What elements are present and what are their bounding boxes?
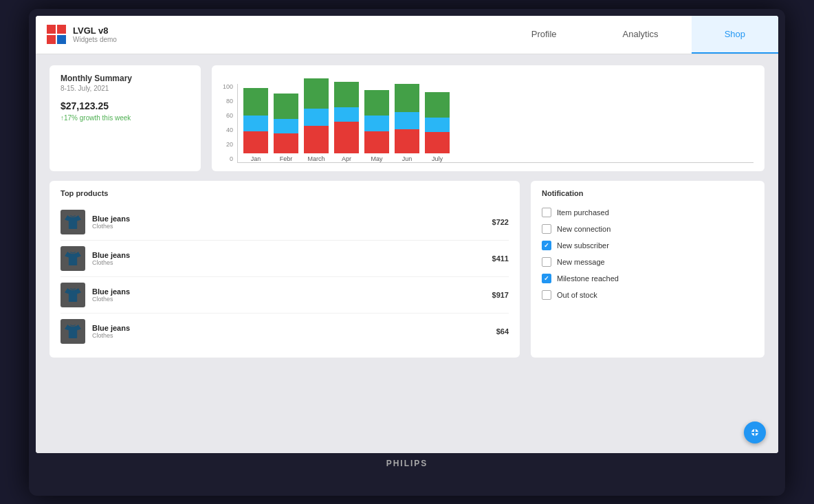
bar-label: Jun <box>402 155 412 162</box>
product-row: Blue jeansClothes$917 <box>60 277 509 314</box>
tab-shop[interactable]: Shop <box>692 16 778 54</box>
bar-segment-green <box>304 78 329 109</box>
notification-checkbox[interactable] <box>542 257 551 267</box>
monitor-brand: PHILIPS <box>386 459 428 468</box>
y-axis: 100 80 60 40 20 0 <box>223 84 233 163</box>
product-thumbnail <box>60 283 85 307</box>
bar-segment-red <box>425 132 450 153</box>
bar-label: May <box>371 155 383 162</box>
bar-segment-green <box>425 92 450 118</box>
summary-amount: $27,123.25 <box>60 100 190 111</box>
bar-segment-blue <box>395 112 419 129</box>
bar-group-july: July <box>425 92 450 162</box>
logo-icon <box>47 25 66 44</box>
bar-group-jan: Jan <box>243 88 268 162</box>
bar-segment-green <box>395 84 419 112</box>
bar-segment-blue <box>243 116 268 131</box>
notification-card: Notification Item purchasedNew connectio… <box>531 181 764 358</box>
tab-profile[interactable]: Profile <box>498 16 590 54</box>
bar-label: Jan <box>251 155 261 162</box>
products-card: Top products Blue jeansClothes$722 Blue … <box>50 181 520 358</box>
bar-group-jun: Jun <box>395 84 419 162</box>
chart-card: 100 80 60 40 20 0 JanFebrMarchAprMayJunJ… <box>212 65 764 171</box>
svg-rect-2 <box>47 35 56 44</box>
notification-checkbox[interactable] <box>542 290 551 300</box>
notification-item[interactable]: New subscriber <box>542 237 754 254</box>
bar-segment-blue <box>334 107 359 122</box>
nav-tabs: Profile Analytics Shop <box>160 16 778 54</box>
bar-segment-blue <box>274 119 298 133</box>
app-subtitle: Widgets demo <box>73 36 117 43</box>
notification-checkbox[interactable] <box>542 241 551 250</box>
bar-segment-red <box>274 133 298 153</box>
bar-segment-red <box>243 131 268 153</box>
product-name: Blue jeans <box>92 324 496 332</box>
summary-date: 8-15. July, 2021 <box>60 85 190 92</box>
svg-rect-1 <box>57 25 66 34</box>
bar-group-apr: Apr <box>334 82 359 162</box>
bar-segment-blue <box>425 118 450 132</box>
product-info: Blue jeansClothes <box>92 287 492 303</box>
product-name: Blue jeans <box>92 251 492 259</box>
bar-group-may: May <box>364 90 389 162</box>
bar-group-march: March <box>304 78 329 162</box>
svg-rect-0 <box>47 25 56 34</box>
product-thumbnail <box>60 210 85 234</box>
product-category: Clothes <box>92 296 492 303</box>
notification-label: New message <box>557 258 605 266</box>
product-name: Blue jeans <box>92 215 492 223</box>
bar-label: Apr <box>342 155 351 162</box>
bar-segment-green <box>334 82 359 107</box>
bar-segment-red <box>304 126 329 153</box>
product-row: Blue jeansClothes$64 <box>60 314 509 349</box>
bar-segment-red <box>395 129 419 153</box>
product-row: Blue jeansClothes$722 <box>60 204 509 241</box>
product-row: Blue jeansClothes$411 <box>60 241 509 277</box>
notification-item[interactable]: Out of stock <box>542 287 754 303</box>
notification-checkbox[interactable] <box>542 224 551 234</box>
product-name: Blue jeans <box>92 287 492 296</box>
product-category: Clothes <box>92 332 496 339</box>
fab-button[interactable] <box>744 421 766 443</box>
notification-label: Milestone reached <box>557 274 619 283</box>
notification-checkbox[interactable] <box>542 208 551 217</box>
app-title: LVGL v8 <box>73 25 117 36</box>
bar-segment-blue <box>364 116 389 131</box>
bars-container: JanFebrMarchAprMayJunJuly <box>237 84 754 163</box>
bar-label: Febr <box>280 155 293 162</box>
product-info: Blue jeansClothes <box>92 215 492 230</box>
notification-item[interactable]: New connection <box>542 221 754 237</box>
product-price: $917 <box>492 291 509 299</box>
bar-segment-red <box>364 131 389 153</box>
summary-card: Monthly Summary 8-15. July, 2021 $27,123… <box>50 65 201 171</box>
bar-segment-blue <box>304 109 329 126</box>
product-thumbnail <box>60 319 85 344</box>
products-title: Top products <box>60 189 509 197</box>
bar-segment-green <box>364 90 389 116</box>
notification-item[interactable]: Item purchased <box>542 204 754 221</box>
bar-segment-red <box>334 122 359 153</box>
bar-group-febr: Febr <box>274 94 298 162</box>
product-price: $64 <box>496 327 509 336</box>
product-info: Blue jeansClothes <box>92 324 496 339</box>
bar-segment-green <box>274 94 298 119</box>
bar-segment-green <box>243 88 268 116</box>
logo-area: LVGL v8 Widgets demo <box>36 16 160 54</box>
svg-rect-3 <box>57 35 66 44</box>
summary-growth: ↑17% growth this week <box>60 114 190 122</box>
product-price: $411 <box>492 254 509 263</box>
bar-label: July <box>432 155 443 162</box>
notification-label: New subscriber <box>557 241 609 250</box>
summary-title: Monthly Summary <box>60 74 190 83</box>
notification-label: New connection <box>557 225 610 233</box>
bar-label: March <box>308 155 325 162</box>
product-info: Blue jeansClothes <box>92 251 492 266</box>
notification-label: Out of stock <box>557 291 597 299</box>
tab-analytics[interactable]: Analytics <box>590 16 692 54</box>
notification-item[interactable]: Milestone reached <box>542 270 754 287</box>
product-category: Clothes <box>92 259 492 266</box>
product-price: $722 <box>492 218 509 226</box>
notification-checkbox[interactable] <box>542 274 551 283</box>
notification-title: Notification <box>542 189 754 197</box>
notification-item[interactable]: New message <box>542 254 754 270</box>
